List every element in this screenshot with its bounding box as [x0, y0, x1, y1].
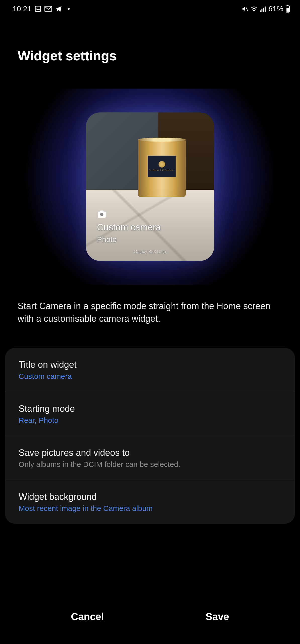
setting-label: Widget background [19, 492, 281, 502]
widget-preview-area: OUDH & PATCHOULI Custom camera Photo Gal… [5, 89, 295, 285]
setting-value: Custom camera [19, 372, 281, 381]
widget-preview-device: Galaxy S23 Ultra [97, 249, 203, 254]
setting-label: Starting mode [19, 404, 281, 414]
settings-list: Title on widget Custom camera Starting m… [5, 348, 295, 524]
svg-point-4 [254, 10, 255, 11]
status-left: 10:21 [13, 5, 70, 13]
svg-rect-11 [286, 8, 289, 12]
svg-rect-2 [45, 6, 52, 11]
setting-label: Title on widget [19, 359, 281, 370]
battery-icon [285, 5, 290, 13]
setting-value: Most recent image in the Camera album [19, 504, 281, 513]
svg-rect-7 [263, 8, 264, 12]
gallery-icon [34, 5, 41, 12]
more-notifications-dot [68, 8, 70, 10]
widget-preview-title: Custom camera [97, 222, 203, 233]
wifi-icon [250, 6, 258, 12]
setting-title-on-widget[interactable]: Title on widget Custom camera [5, 348, 295, 392]
page-title: Widget settings [0, 18, 300, 78]
svg-rect-8 [265, 7, 266, 12]
svg-point-12 [100, 213, 104, 216]
status-right: 61% [242, 5, 290, 13]
svg-point-1 [37, 8, 38, 9]
widget-preview-card: OUDH & PATCHOULI Custom camera Photo Gal… [86, 112, 214, 261]
widget-description: Start Camera in a specific mode straight… [0, 285, 300, 338]
svg-rect-0 [35, 6, 41, 12]
button-bar: Cancel Save [0, 597, 300, 636]
svg-line-3 [246, 7, 248, 11]
widget-preview-subtitle: Photo [97, 235, 203, 244]
widget-overlay: Custom camera Photo Galaxy S23 Ultra [86, 112, 214, 261]
setting-hint: Only albums in the DCIM folder can be se… [19, 460, 281, 469]
signal-icon [260, 6, 266, 12]
setting-starting-mode[interactable]: Starting mode Rear, Photo [5, 392, 295, 436]
svg-rect-5 [260, 11, 261, 12]
camera-icon [97, 210, 203, 219]
save-button[interactable]: Save [190, 605, 244, 629]
status-bar: 10:21 61% [0, 0, 300, 18]
svg-rect-6 [261, 9, 262, 12]
mute-icon [242, 6, 248, 12]
setting-widget-background[interactable]: Widget background Most recent image in t… [5, 480, 295, 524]
telegram-icon [55, 5, 62, 12]
status-time: 10:21 [13, 5, 31, 13]
battery-percent: 61% [268, 5, 283, 13]
setting-save-to[interactable]: Save pictures and videos to Only albums … [5, 436, 295, 480]
gmail-icon [44, 6, 52, 12]
cancel-button[interactable]: Cancel [56, 605, 119, 629]
setting-value: Rear, Photo [19, 416, 281, 425]
setting-label: Save pictures and videos to [19, 448, 281, 458]
svg-rect-10 [287, 5, 288, 6]
